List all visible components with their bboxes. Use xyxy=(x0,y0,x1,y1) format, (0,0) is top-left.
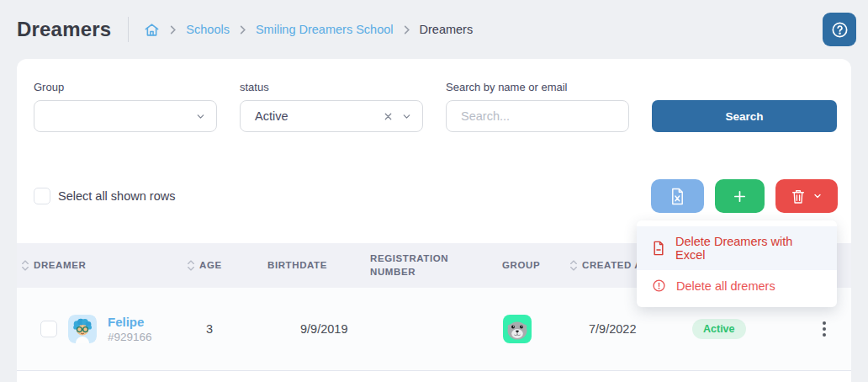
group-filter: Group xyxy=(34,81,217,132)
page-title: Dreamers xyxy=(17,18,111,41)
column-header-group: GROUP xyxy=(484,259,559,273)
group-cell xyxy=(484,315,559,343)
screen: Dreamers Schools Smiling Dreamers School… xyxy=(0,0,868,382)
home-icon[interactable] xyxy=(144,22,160,38)
export-excel-button[interactable] xyxy=(651,179,704,213)
chevron-right-icon xyxy=(403,25,410,34)
action-buttons xyxy=(651,179,838,213)
dreamer-avatar xyxy=(68,315,97,343)
sort-chevrons-icon[interactable] xyxy=(569,258,578,273)
breadcrumb-schools[interactable]: Schools xyxy=(186,23,230,36)
birthdate-cell: 9/9/2019 xyxy=(252,322,353,336)
select-all: Select all shown rows xyxy=(34,188,175,204)
question-circle-icon xyxy=(830,20,849,40)
group-select[interactable] xyxy=(34,100,217,132)
kebab-vertical-icon[interactable] xyxy=(797,318,851,340)
chevron-right-icon xyxy=(169,25,177,34)
group-avatar xyxy=(503,315,559,343)
search-filter: Search by name or email xyxy=(446,81,629,132)
alert-circle-icon xyxy=(652,279,666,293)
file-excel-icon xyxy=(670,188,685,205)
sort-chevrons-icon[interactable] xyxy=(21,258,29,273)
group-label: Group xyxy=(34,81,217,93)
sort-chevrons-icon[interactable] xyxy=(187,258,195,273)
search-label: Search by name or email xyxy=(446,81,629,93)
created-at-cell: 7/9/2022 xyxy=(559,322,664,336)
select-all-label: Select all shown rows xyxy=(58,189,175,203)
dreamer-cell: Felipe #929166 xyxy=(17,315,181,343)
column-header-birthdate: BIRTHDATE xyxy=(252,259,353,273)
status-filter: status Active xyxy=(240,81,423,132)
menu-item-delete-dreamers-with-excel[interactable]: Delete Dreamers with Excel xyxy=(637,226,837,270)
dreamer-id: #929166 xyxy=(108,331,152,343)
chevron-right-icon xyxy=(239,25,246,34)
topbar: Dreamers Schools Smiling Dreamers School… xyxy=(0,0,868,59)
status-cell: Active xyxy=(664,319,782,339)
row-checkbox[interactable] xyxy=(40,321,57,337)
search-input[interactable] xyxy=(446,100,629,132)
status-label: status xyxy=(240,81,423,93)
actions-cell xyxy=(782,318,851,340)
column-header-dreamer[interactable]: DREAMER xyxy=(17,258,181,273)
clear-status-x-icon[interactable] xyxy=(383,111,394,122)
toolbar: Select all shown rows xyxy=(17,179,851,213)
filter-bar: Group status Active Search by name or em xyxy=(17,59,851,132)
delete-menu: Delete Dreamers with Excel Delete all dr… xyxy=(637,220,837,307)
delete-dropdown-button[interactable] xyxy=(775,179,838,213)
chevron-down-icon xyxy=(812,191,823,201)
status-select[interactable]: Active xyxy=(240,100,423,132)
content-card: Group status Active Search by name or em xyxy=(17,59,851,382)
chevron-down-icon xyxy=(401,111,412,122)
status-badge: Active xyxy=(692,319,746,339)
dreamer-name-link[interactable]: Felipe xyxy=(108,315,152,329)
breadcrumb: Schools Smiling Dreamers School Dreamers xyxy=(144,22,473,38)
search-button[interactable]: Search xyxy=(652,100,837,132)
plus-icon xyxy=(733,189,747,204)
age-cell: 3 xyxy=(181,322,252,336)
add-dreamer-button[interactable] xyxy=(715,179,765,213)
breadcrumb-current: Dreamers xyxy=(420,23,474,36)
dreamer-name-block: Felipe #929166 xyxy=(108,315,152,343)
status-select-value: Active xyxy=(255,109,383,123)
menu-item-delete-all-dreamers[interactable]: Delete all dremers xyxy=(637,270,837,301)
breadcrumb-school-name[interactable]: Smiling Dreamers School xyxy=(256,23,394,36)
help-button[interactable] xyxy=(823,13,856,46)
file-minus-icon xyxy=(652,241,665,256)
trash-icon xyxy=(791,188,806,204)
title-divider xyxy=(128,17,129,42)
select-all-checkbox[interactable] xyxy=(34,188,50,204)
chevron-down-icon xyxy=(195,111,206,122)
column-header-registration: REGISTRATION NUMBER xyxy=(353,252,484,279)
column-header-age[interactable]: AGE xyxy=(181,258,252,273)
